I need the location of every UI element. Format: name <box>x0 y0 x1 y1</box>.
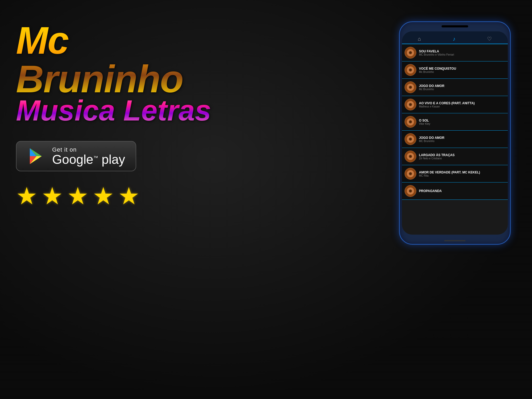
phone-home-indicator <box>444 240 466 241</box>
song-title: PROPAGANDA <box>419 189 505 193</box>
song-title: AO VIVO E A CORES (PART. ANITTA) <box>419 101 505 105</box>
song-info: AMOR DE VERDADE (PART. MC KEKEL) MC Rita <box>419 171 505 177</box>
song-title: AMOR DE VERDADE (PART. MC KEKEL) <box>419 171 505 174</box>
song-artist: Mc Bruninho <box>419 88 505 91</box>
song-info: LARGADO ÀS TRAÇAS Zé Neto e Cristiano <box>419 153 505 160</box>
song-item[interactable]: SOU FAVELA MC Bruninho e Vitinho Ferrari <box>402 44 508 61</box>
song-thumbnail <box>405 116 416 128</box>
phone-body: ⌂ ♪ ♡ SOU FAVELA MC Bruninho e Vitinho F… <box>399 21 511 245</box>
app-header: ⌂ ♪ ♡ <box>402 31 508 44</box>
svg-point-16 <box>410 104 411 105</box>
phone-screen: ⌂ ♪ ♡ SOU FAVELA MC Bruninho e Vitinho F… <box>402 31 508 235</box>
song-info: AO VIVO E A CORES (PART. ANITTA) Matheus… <box>419 101 505 108</box>
song-item[interactable]: LARGADO ÀS TRAÇAS Zé Neto e Cristiano <box>402 148 508 165</box>
app-title-mc-bruninho: Mc Bruninho <box>16 21 215 98</box>
song-item[interactable]: JOGO DO AMOR MC Bruninho <box>402 131 508 148</box>
song-item[interactable]: JOGO DO AMOR Mc Bruninho <box>402 79 508 96</box>
song-artist: Zé Neto e Cristiano <box>419 157 505 160</box>
song-title: LARGADO ÀS TRAÇAS <box>419 153 505 157</box>
song-info: JOGO DO AMOR Mc Bruninho <box>419 84 505 91</box>
phone-notch <box>442 25 468 27</box>
left-content-area: Mc Bruninho Musica Letras Get it on Goog… <box>16 21 215 210</box>
song-info: O SOL Vitor Kley <box>419 119 505 125</box>
svg-point-36 <box>410 190 411 192</box>
svg-point-8 <box>410 69 411 70</box>
svg-point-12 <box>410 87 411 88</box>
song-info: PROPAGANDA <box>419 189 505 193</box>
favorites-tab-icon[interactable]: ♡ <box>482 34 497 44</box>
music-tab-icon[interactable]: ♪ <box>447 34 461 44</box>
song-title: O SOL <box>419 119 505 122</box>
song-title: JOGO DO AMOR <box>419 84 505 88</box>
song-title: JOGO DO AMOR <box>419 136 505 140</box>
google-play-badge[interactable]: Get it on Google™ play <box>16 141 136 171</box>
song-artist: Mc Bruninho <box>419 70 505 73</box>
app-title-musica-letras: Musica Letras <box>16 96 215 125</box>
song-item[interactable]: O SOL Vitor Kley <box>402 113 508 131</box>
song-thumbnail <box>405 81 416 93</box>
song-title: SOU FAVELA <box>419 49 505 53</box>
song-info: VOCÊ ME CONQUISTOU Mc Bruninho <box>419 67 505 73</box>
song-item[interactable]: PROPAGANDA <box>402 182 508 200</box>
song-thumbnail <box>405 64 416 76</box>
rating-stars: ★ ★ ★ ★ ★ <box>16 182 215 210</box>
svg-point-28 <box>410 156 411 157</box>
star-5: ★ <box>118 182 140 210</box>
song-thumbnail <box>405 47 416 59</box>
song-artist: MC Bruninho <box>419 140 505 143</box>
star-3: ★ <box>67 182 89 210</box>
svg-point-4 <box>410 52 411 53</box>
phone-mockup: ⌂ ♪ ♡ SOU FAVELA MC Bruninho e Vitinho F… <box>399 21 511 245</box>
google-play-logo-icon <box>27 147 46 165</box>
song-info: SOU FAVELA MC Bruninho e Vitinho Ferrari <box>419 49 505 56</box>
song-artist: MC Bruninho e Vitinho Ferrari <box>419 53 505 56</box>
song-title: VOCÊ ME CONQUISTOU <box>419 67 505 70</box>
song-info: JOGO DO AMOR MC Bruninho <box>419 136 505 143</box>
home-tab-icon[interactable]: ⌂ <box>413 34 426 44</box>
svg-point-20 <box>410 121 411 122</box>
star-2: ★ <box>41 182 63 210</box>
song-item[interactable]: VOCÊ ME CONQUISTOU Mc Bruninho <box>402 61 508 79</box>
svg-point-32 <box>410 173 411 174</box>
svg-point-24 <box>410 139 411 140</box>
song-artist: Matheus e Kauan <box>419 105 505 108</box>
song-thumbnail <box>405 133 416 145</box>
song-thumbnail <box>405 168 416 180</box>
song-artist: Vitor Kley <box>419 122 505 125</box>
song-item[interactable]: AO VIVO E A CORES (PART. ANITTA) Matheus… <box>402 96 508 113</box>
song-list-container: SOU FAVELA MC Bruninho e Vitinho Ferrari… <box>402 44 508 200</box>
song-thumbnail <box>405 99 416 110</box>
song-list: SOU FAVELA MC Bruninho e Vitinho Ferrari… <box>402 44 508 234</box>
badge-text: Get it on Google™ play <box>52 146 125 166</box>
song-thumbnail <box>405 151 416 162</box>
song-thumbnail <box>405 185 416 197</box>
star-4: ★ <box>93 182 114 210</box>
song-artist: MC Rita <box>419 174 505 177</box>
song-item[interactable]: AMOR DE VERDADE (PART. MC KEKEL) MC Rita <box>402 165 508 182</box>
star-1: ★ <box>16 182 38 210</box>
google-play-text: Google™ play <box>52 153 125 166</box>
